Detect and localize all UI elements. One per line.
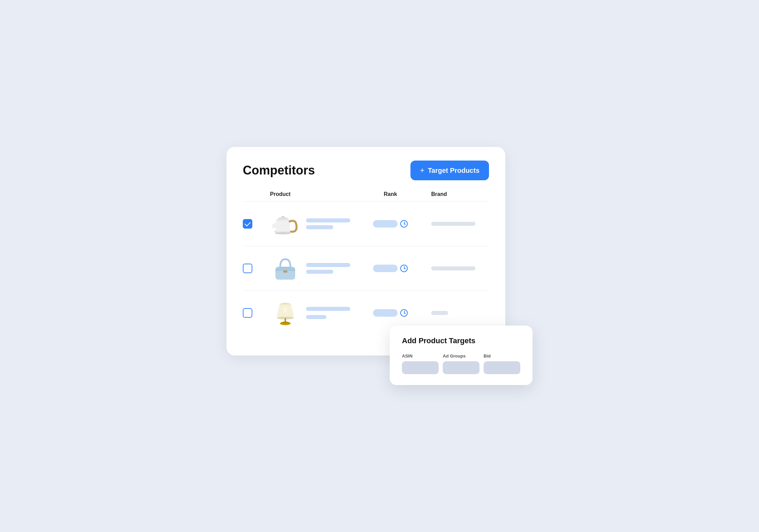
clock-icon-3 bbox=[400, 309, 408, 317]
svg-point-12 bbox=[283, 307, 287, 312]
product-info-2 bbox=[306, 263, 350, 274]
row-brand-3 bbox=[428, 311, 489, 315]
skeleton-3 bbox=[306, 263, 350, 267]
lamp-icon bbox=[270, 298, 301, 328]
checkbox-1[interactable] bbox=[243, 219, 252, 229]
col-product-header: Product bbox=[270, 191, 353, 197]
clock-icon-2 bbox=[400, 265, 408, 272]
target-products-button[interactable]: + Target Products bbox=[410, 161, 489, 180]
asin-column: ASIN bbox=[402, 353, 439, 374]
product-image-3 bbox=[270, 298, 301, 328]
ad-groups-label: Ad Groups bbox=[443, 353, 479, 359]
skeleton-6 bbox=[306, 315, 326, 319]
skeleton-1 bbox=[306, 218, 350, 222]
table-header: Product Rank Brand bbox=[243, 191, 489, 202]
row-checkbox-2[interactable] bbox=[243, 264, 270, 273]
bid-input[interactable] bbox=[484, 361, 520, 374]
skeleton-4 bbox=[306, 270, 333, 274]
product-image-1 bbox=[270, 209, 301, 239]
table-row bbox=[243, 202, 489, 246]
clock-icon-1 bbox=[400, 220, 408, 228]
ad-groups-input[interactable] bbox=[443, 361, 479, 374]
product-info-1 bbox=[306, 218, 350, 229]
svg-rect-4 bbox=[275, 233, 290, 234]
row-checkbox-3[interactable] bbox=[243, 308, 270, 318]
rank-pill-2 bbox=[373, 265, 398, 272]
row-rank-1 bbox=[353, 220, 428, 228]
bag-icon bbox=[270, 253, 301, 284]
kettle-icon bbox=[270, 209, 301, 239]
asin-label: ASIN bbox=[402, 353, 439, 359]
page-scene: Competitors + Target Products Product Ra… bbox=[226, 147, 533, 385]
svg-rect-7 bbox=[284, 271, 287, 272]
overlay-card: Add Product Targets ASIN Ad Groups Bid bbox=[390, 326, 533, 385]
rank-pill-3 bbox=[373, 309, 398, 317]
col-rank-header: Rank bbox=[353, 191, 428, 197]
bid-label: Bid bbox=[484, 353, 520, 359]
row-product-3 bbox=[270, 298, 353, 328]
main-card: Competitors + Target Products Product Ra… bbox=[226, 147, 505, 355]
checkbox-3[interactable] bbox=[243, 308, 252, 318]
svg-rect-2 bbox=[282, 216, 284, 218]
target-products-label: Target Products bbox=[428, 167, 479, 174]
table-row bbox=[243, 246, 489, 291]
plus-icon: + bbox=[420, 166, 424, 175]
checkbox-2[interactable] bbox=[243, 264, 252, 273]
brand-skeleton-1 bbox=[431, 222, 475, 226]
ad-groups-column: Ad Groups bbox=[443, 353, 479, 374]
row-product-1 bbox=[270, 209, 353, 239]
row-brand-2 bbox=[428, 266, 489, 270]
product-info-3 bbox=[306, 307, 350, 319]
brand-skeleton-2 bbox=[431, 266, 475, 270]
col-brand-header: Brand bbox=[428, 191, 489, 197]
row-rank-3 bbox=[353, 309, 428, 317]
skeleton-2 bbox=[306, 225, 333, 229]
overlay-title: Add Product Targets bbox=[402, 336, 520, 345]
row-brand-1 bbox=[428, 222, 489, 226]
row-checkbox-1[interactable] bbox=[243, 219, 270, 229]
asin-input[interactable] bbox=[402, 361, 439, 374]
bid-column: Bid bbox=[484, 353, 520, 374]
card-header: Competitors + Target Products bbox=[243, 161, 489, 180]
row-rank-2 bbox=[353, 265, 428, 272]
svg-point-11 bbox=[281, 321, 289, 324]
rank-pill-1 bbox=[373, 220, 398, 228]
overlay-columns: ASIN Ad Groups Bid bbox=[402, 353, 520, 374]
brand-skeleton-3 bbox=[431, 311, 448, 315]
page-title: Competitors bbox=[243, 163, 315, 178]
row-product-2 bbox=[270, 253, 353, 284]
skeleton-5 bbox=[306, 307, 350, 311]
product-image-2 bbox=[270, 253, 301, 284]
